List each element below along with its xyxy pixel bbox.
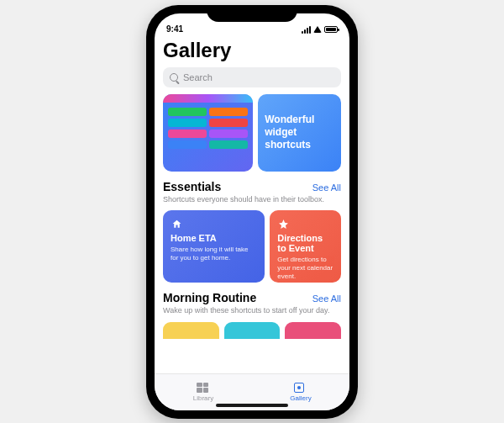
hero-pill	[168, 140, 207, 149]
hero-pill	[209, 130, 248, 138]
search-input[interactable]: Search	[163, 67, 341, 87]
library-icon	[197, 383, 210, 393]
morning-cards	[163, 322, 341, 339]
card-home-eta[interactable]: Home ETA Share how long it will take for…	[163, 210, 265, 283]
hero-pill	[168, 130, 207, 138]
hero-card-title: Wonderful widget shortcuts	[265, 114, 334, 151]
cellular-icon	[302, 26, 311, 34]
section-subtitle: Wake up with these shortcuts to start of…	[163, 306, 341, 315]
section-title: Morning Routine	[163, 291, 256, 304]
essentials-cards: Home ETA Share how long it will take for…	[163, 210, 341, 283]
section-subtitle: Shortcuts everyone should have in their …	[163, 195, 341, 204]
status-time: 9:41	[166, 24, 183, 34]
hero-card-preview[interactable]	[163, 94, 253, 172]
search-icon	[170, 73, 178, 82]
hero-pill	[168, 119, 207, 127]
morning-card[interactable]	[285, 322, 341, 339]
section-morning: Morning Routine See All Wake up with the…	[163, 291, 341, 339]
see-all-link[interactable]: See All	[312, 293, 341, 304]
section-title: Essentials	[163, 180, 221, 193]
hero-card-widgets[interactable]: Wonderful widget shortcuts	[258, 94, 341, 172]
status-indicators	[302, 26, 338, 34]
card-title: Home ETA	[171, 233, 257, 243]
card-directions[interactable]: Directions to Event Get directions to yo…	[270, 210, 341, 283]
wifi-icon	[313, 26, 322, 33]
card-title: Directions to Event	[277, 233, 333, 253]
see-all-link[interactable]: See All	[312, 182, 341, 193]
star-icon	[277, 218, 289, 230]
phone-frame: 9:41 Gallery Search	[146, 5, 358, 419]
notch	[207, 5, 297, 22]
hero-row: Wonderful widget shortcuts	[163, 94, 341, 172]
hero-gradient-strip	[163, 94, 253, 103]
page-title: Gallery	[163, 39, 341, 62]
search-placeholder: Search	[183, 72, 213, 82]
home-icon	[171, 218, 182, 230]
content-scroll[interactable]: Gallery Search Wonderful widget shortc	[155, 35, 349, 373]
tab-label: Gallery	[290, 394, 311, 402]
screen: 9:41 Gallery Search	[155, 13, 349, 410]
hero-pill	[209, 119, 248, 127]
morning-card[interactable]	[163, 322, 219, 339]
section-essentials: Essentials See All Shortcuts everyone sh…	[163, 180, 341, 283]
battery-icon	[324, 26, 338, 33]
tab-label: Library	[193, 394, 213, 402]
gallery-icon	[294, 383, 307, 393]
card-desc: Get directions to your next calendar eve…	[277, 256, 333, 281]
card-desc: Share how long it will take for you to g…	[171, 246, 257, 262]
hero-pill	[209, 108, 248, 116]
hero-pill	[209, 140, 248, 149]
home-indicator[interactable]	[216, 404, 288, 407]
hero-pill-grid	[168, 108, 248, 149]
morning-card[interactable]	[224, 322, 281, 339]
hero-pill	[168, 108, 207, 116]
